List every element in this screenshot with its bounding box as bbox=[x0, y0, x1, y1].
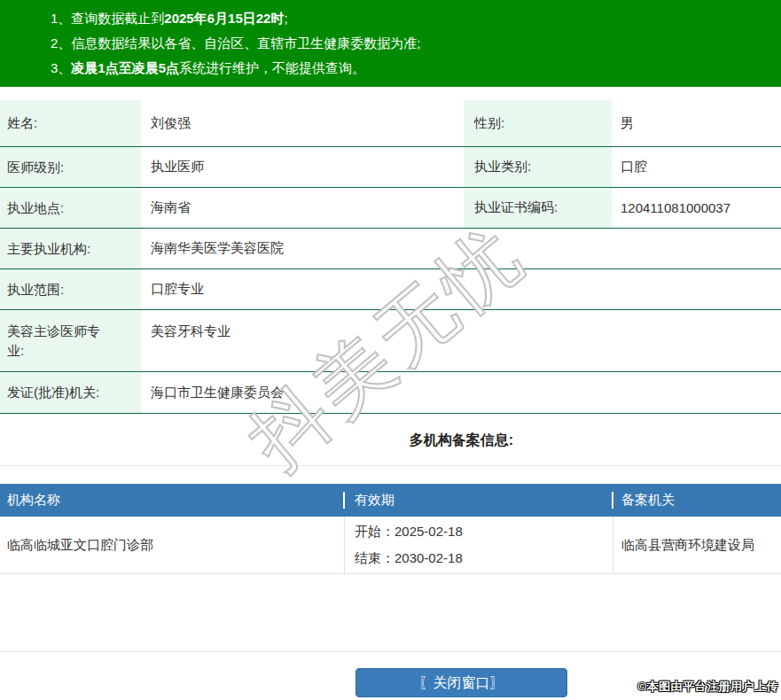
filing-header-validity: 有效期 bbox=[345, 492, 613, 509]
doctor-info-table: 姓名: 刘俊强 性别: 男 医师级别: 执业医师 执业类别: 口腔 执业地点: … bbox=[0, 100, 781, 414]
filing-table-row: 临高临城亚文口腔门诊部 开始：2025-02-18 结束：2030-02-18 … bbox=[0, 517, 781, 574]
notice-banner: 1、查询数据截止到2025年6月15日22时; 2、信息数据结果以各省、自治区、… bbox=[0, 0, 781, 87]
info-row-cosmetic-specialty: 美容主诊医师专业: 美容牙科专业 bbox=[0, 310, 781, 372]
notice-line-1-bold: 2025年6月15日22时 bbox=[164, 11, 284, 26]
practice-category-value: 口腔 bbox=[612, 159, 781, 175]
filing-start-date: 开始：2025-02-18 bbox=[355, 518, 613, 545]
issuing-authority-value: 海口市卫生健康委员会 bbox=[141, 385, 781, 401]
notice-line-3: 3、凌晨1点至凌晨5点系统进行维护，不能提供查询。 bbox=[51, 56, 781, 81]
cosmetic-specialty-value: 美容牙科专业 bbox=[141, 310, 781, 340]
notice-line-2-text: 信息数据结果以各省、自治区、直辖市卫生健康委数据为准; bbox=[71, 35, 420, 51]
info-row-level-category: 医师级别: 执业医师 执业类别: 口腔 bbox=[0, 147, 781, 188]
gender-value: 男 bbox=[612, 115, 781, 132]
platform-upload-stamp: ©本图由平台注册用户上传 bbox=[637, 679, 778, 695]
practice-category-label: 执业类别: bbox=[464, 147, 612, 187]
info-row-main-institution: 主要执业机构: 海南华美医学美容医院 bbox=[0, 229, 781, 269]
close-window-button[interactable]: 〖关闭窗口〗 bbox=[355, 668, 567, 697]
filing-validity-period: 开始：2025-02-18 结束：2030-02-18 bbox=[345, 517, 613, 573]
practice-location-value: 海南省 bbox=[141, 199, 464, 216]
info-row-name-gender: 姓名: 刘俊强 性别: 男 bbox=[0, 100, 781, 147]
notice-line-2-number: 2、 bbox=[51, 35, 71, 51]
section-divider bbox=[0, 465, 781, 466]
filing-org-name: 临高临城亚文口腔门诊部 bbox=[0, 517, 345, 573]
info-row-location-certificate: 执业地点: 海南省 执业证书编码: 120411081000037 bbox=[0, 188, 781, 229]
practice-scope-value: 口腔专业 bbox=[141, 281, 781, 298]
practice-location-label: 执业地点: bbox=[0, 188, 141, 228]
doctor-license-result-page: 1、查询数据截止到2025年6月15日22时; 2、信息数据结果以各省、自治区、… bbox=[0, 0, 781, 700]
main-institution-value: 海南华美医学美容医院 bbox=[141, 240, 781, 257]
practice-scope-label: 执业范围: bbox=[0, 269, 141, 309]
filing-header-org: 机构名称 bbox=[0, 492, 345, 509]
notice-line-1-text: 查询数据截止到 bbox=[71, 11, 164, 26]
notice-line-1: 1、查询数据截止到2025年6月15日22时; bbox=[51, 6, 781, 31]
info-row-practice-scope: 执业范围: 口腔专业 bbox=[0, 269, 781, 310]
info-row-issuing-authority: 发证(批准)机关: 海口市卫生健康委员会 bbox=[0, 372, 781, 414]
cosmetic-specialty-label: 美容主诊医师专业: bbox=[0, 310, 141, 371]
certificate-number-label: 执业证书编码: bbox=[464, 188, 612, 228]
filing-section-header: 多机构备案信息: bbox=[142, 414, 781, 465]
notice-line-1-suffix: ; bbox=[284, 11, 287, 26]
filing-table-header: 机构名称 有效期 备案机关 bbox=[0, 484, 781, 517]
notice-line-3-bold: 凌晨1点至凌晨5点 bbox=[71, 60, 179, 75]
notice-line-2: 2、信息数据结果以各省、自治区、直辖市卫生健康委数据为准; bbox=[51, 31, 781, 56]
name-value: 刘俊强 bbox=[141, 115, 464, 132]
filing-table: 机构名称 有效期 备案机关 临高临城亚文口腔门诊部 开始：2025-02-18 … bbox=[0, 484, 781, 574]
filing-section-title: 多机构备案信息: bbox=[410, 432, 513, 447]
filing-authority-name: 临高县营商环境建设局 bbox=[613, 517, 781, 573]
doctor-level-value: 执业医师 bbox=[141, 159, 464, 175]
certificate-number-value: 120411081000037 bbox=[612, 200, 781, 215]
gender-label: 性别: bbox=[464, 100, 612, 146]
notice-line-3-suffix: 系统进行维护，不能提供查询。 bbox=[179, 60, 365, 75]
name-label: 姓名: bbox=[0, 100, 141, 146]
notice-line-1-number: 1、 bbox=[51, 11, 71, 26]
main-institution-label: 主要执业机构: bbox=[0, 229, 141, 268]
notice-line-3-number: 3、 bbox=[51, 60, 71, 75]
filing-header-authority: 备案机关 bbox=[613, 492, 781, 509]
issuing-authority-label: 发证(批准)机关: bbox=[0, 372, 141, 413]
doctor-level-label: 医师级别: bbox=[0, 147, 141, 187]
filing-end-date: 结束：2030-02-18 bbox=[355, 545, 613, 572]
